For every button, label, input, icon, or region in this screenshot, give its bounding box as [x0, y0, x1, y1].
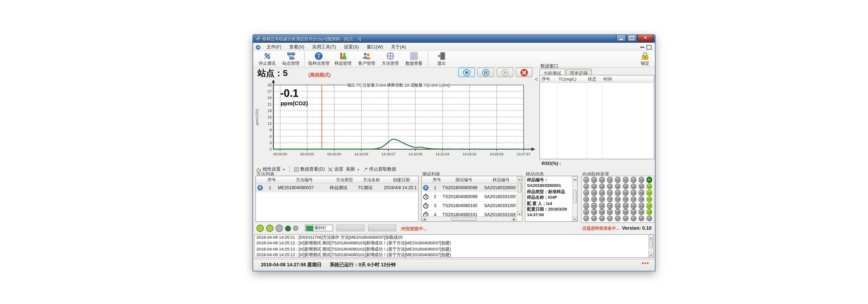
vial-position-A4[interactable]: A4 [645, 196, 653, 202]
toolbar-button-customer-manage[interactable]: 客户管理 [355, 52, 379, 67]
vial-position-E6[interactable]: E6 [614, 209, 622, 215]
scroll-down-arrow[interactable]: ▼ [572, 216, 577, 221]
vial-position-D5[interactable]: D5 [622, 202, 629, 209]
menu-item-2[interactable]: 实用工具(T) [308, 43, 340, 51]
column-header[interactable] [422, 176, 431, 183]
vial-position-D2[interactable]: D2 [622, 183, 629, 190]
vial-position-A3[interactable]: A3 [645, 190, 653, 196]
vial-position-I6[interactable]: I6 [582, 209, 590, 215]
scroll-up-arrow[interactable]: ▲ [518, 176, 522, 181]
toolbar-button-stop-comm[interactable]: 停止通讯 [255, 52, 279, 67]
vial-position-H4[interactable]: H4 [590, 196, 598, 202]
vial-position-H3[interactable]: H3 [590, 190, 598, 196]
vial-position-C7[interactable]: C7 [629, 215, 638, 222]
vial-position-G1[interactable]: G1 [598, 177, 606, 183]
vial-position-F7[interactable]: F7 [606, 215, 614, 222]
menu-item-3[interactable]: 设置(S) [340, 43, 363, 51]
horizontal-scrollbar[interactable]: ◀▶ [422, 216, 517, 221]
chart-toolbar-button-5[interactable]: 停止获取数据 [363, 166, 396, 172]
scrollbar-thumb[interactable] [451, 217, 477, 221]
vial-position-E1[interactable]: E1 [614, 177, 622, 183]
vial-position-C5[interactable]: C5 [629, 202, 638, 209]
vial-position-D7[interactable]: D7 [622, 215, 629, 222]
column-header[interactable]: 创建日期 [384, 176, 418, 183]
stop-button[interactable] [458, 68, 475, 77]
vial-position-F4[interactable]: F4 [606, 196, 614, 202]
vial-position-H1[interactable]: H1 [590, 177, 598, 183]
minimize-button[interactable] [616, 35, 626, 42]
scroll-down-arrow[interactable]: ▼ [518, 211, 522, 216]
column-header[interactable]: 序号 [540, 75, 557, 82]
column-header[interactable]: TC(mg/L) [557, 75, 586, 82]
column-header[interactable]: 时间 [602, 75, 653, 82]
vial-position-C2[interactable]: C2 [629, 183, 638, 190]
toolbar-button-sample-manage[interactable]: 样品管理 [331, 52, 355, 67]
scroll-up-arrow[interactable]: ▲ [649, 235, 653, 240]
vial-position-F6[interactable]: F6 [606, 209, 614, 215]
scroll-down-arrow[interactable]: ▼ [649, 252, 653, 257]
table-row[interactable]: 1ME201804080037样品测试TC测试2018/4/8 14:25:12 [256, 183, 418, 193]
menu-item-1[interactable]: 查看(V) [285, 43, 308, 51]
vial-position-C1[interactable]: C1 [629, 177, 638, 183]
vial-position-I2[interactable]: I2 [582, 183, 590, 190]
vial-position-C6[interactable]: C6 [629, 209, 638, 215]
vial-position-D1[interactable]: D1 [622, 177, 629, 183]
vial-position-G7[interactable]: G7 [598, 215, 606, 222]
table-row[interactable]: 3TS201804080100SA201803310001 [422, 202, 522, 210]
vial-position-F1[interactable]: F1 [606, 177, 614, 183]
toolbar-button-sampling-point-manage[interactable]: i取样点管理 [307, 52, 331, 67]
column-header[interactable]: 方法类型 [330, 176, 359, 183]
vial-position-A2[interactable]: A2 [645, 183, 653, 190]
chart-toolbar-button-2[interactable]: 数据查看(D) [293, 166, 324, 172]
vial-position-B6[interactable]: B6 [638, 209, 645, 215]
vial-position-B7[interactable]: B7 [638, 215, 645, 222]
vial-position-G2[interactable]: G2 [598, 183, 606, 190]
vial-position-D3[interactable]: D3 [622, 190, 629, 196]
vial-position-E3[interactable]: E3 [614, 190, 622, 196]
vial-position-E5[interactable]: E5 [614, 202, 622, 209]
vial-position-A5[interactable]: A5 [645, 202, 653, 209]
titlebar[interactable]: 泰林总有机碳分析系统软件[zt.by.h]预测例 - [站点：5] × [253, 35, 655, 43]
menu-item-4[interactable]: 窗口(W) [363, 43, 387, 51]
toolbar-button-exit[interactable]: 退出 [430, 52, 454, 67]
toolbar-button-data-view[interactable]: 数据查看 [402, 52, 426, 67]
vertical-scrollbar[interactable]: ▲▼ [572, 176, 577, 221]
pause-button[interactable] [477, 68, 494, 77]
scrollbar-thumb[interactable] [649, 240, 653, 248]
vial-position-A6[interactable]: A6 [645, 209, 653, 215]
close-button[interactable]: × [638, 35, 653, 42]
cancel-button[interactable] [516, 68, 533, 77]
scrollbar-thumb[interactable] [573, 190, 577, 203]
vial-position-I4[interactable]: I4 [582, 196, 590, 202]
table-row[interactable]: 2TS201804080099SA201803310000 [422, 193, 522, 202]
vertical-scrollbar[interactable]: ▲▼ [648, 235, 653, 257]
column-header[interactable]: 测试编号 [443, 176, 485, 183]
vial-position-I1[interactable]: I1 [582, 177, 590, 183]
vial-position-B1[interactable]: B1 [638, 177, 645, 183]
menu-item-5[interactable]: 关于(A) [387, 43, 410, 51]
column-header[interactable]: 方法名称 [359, 176, 384, 183]
vial-position-I5[interactable]: I5 [582, 202, 590, 209]
column-header[interactable]: 状态 [586, 75, 602, 82]
column-header[interactable]: 样品编号 [485, 176, 518, 183]
table-row[interactable]: 1TS201804080098SA201803280001 [422, 183, 522, 193]
maximize-button[interactable] [627, 35, 637, 42]
vertical-scrollbar[interactable]: ▲▼ [517, 176, 522, 216]
scroll-left-arrow[interactable]: ◀ [422, 217, 427, 221]
vial-position-D6[interactable]: D6 [622, 209, 629, 215]
chart-toolbar-button-3[interactable]: 设置 [328, 166, 343, 172]
menu-item-0[interactable]: 文件(F) [262, 43, 285, 51]
vial-position-E2[interactable]: E2 [614, 183, 622, 190]
vial-position-B5[interactable]: B5 [638, 202, 645, 209]
vial-position-B2[interactable]: B2 [638, 183, 645, 190]
vial-position-H5[interactable]: H5 [590, 202, 598, 209]
chart-toolbar-button-4[interactable]: 刷新▼ [346, 166, 360, 172]
vial-position-G5[interactable]: G5 [598, 202, 606, 209]
vial-position-F5[interactable]: F5 [606, 202, 614, 209]
vial-position-F3[interactable]: F3 [606, 190, 614, 196]
collapse-panel-arrow[interactable]: < [535, 76, 538, 82]
vial-position-G4[interactable]: G4 [598, 196, 606, 202]
scroll-up-arrow[interactable]: ▲ [572, 176, 577, 181]
vial-position-H6[interactable]: H6 [590, 209, 598, 215]
vial-position-F2[interactable]: F2 [606, 183, 614, 190]
